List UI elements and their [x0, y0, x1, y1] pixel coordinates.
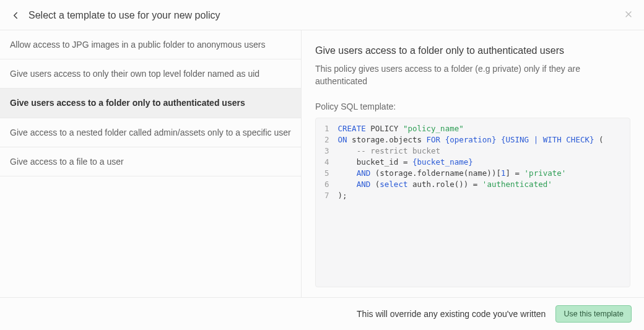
sql-code-block[interactable]: 1234567 CREATE POLICY "policy_name" ON s…	[315, 118, 630, 287]
back-button[interactable]	[9, 9, 22, 22]
preview-title: Give users access to a folder only to au…	[315, 45, 630, 56]
code-content: CREATE POLICY "policy_name" ON storage.o…	[338, 123, 604, 282]
template-item[interactable]: Give users access to only their own top …	[0, 59, 301, 89]
template-item[interactable]: Allow access to JPG images in a public f…	[0, 30, 301, 59]
close-icon	[624, 9, 633, 19]
template-item[interactable]: Give access to a file to a user	[0, 147, 301, 176]
code-gutter: 1234567	[316, 123, 338, 282]
preview-description: This policy gives users access to a fold…	[315, 63, 630, 88]
template-list: Allow access to JPG images in a public f…	[0, 30, 301, 297]
close-button[interactable]	[622, 7, 635, 21]
modal-body: Allow access to JPG images in a public f…	[0, 30, 644, 297]
policy-template-modal: Select a template to use for your new po…	[0, 0, 644, 330]
template-item[interactable]: Give users access to a folder only to au…	[0, 89, 301, 118]
sql-template-label: Policy SQL template:	[315, 102, 630, 111]
modal-title: Select a template to use for your new po…	[28, 10, 220, 21]
template-preview: Give users access to a folder only to au…	[301, 30, 644, 297]
modal-header: Select a template to use for your new po…	[0, 0, 644, 30]
chevron-left-icon	[10, 10, 21, 21]
footer-note: This will override any existing code you…	[357, 309, 546, 319]
modal-footer: This will override any existing code you…	[0, 297, 644, 330]
template-item[interactable]: Give access to a nested folder called ad…	[0, 118, 301, 147]
use-template-button[interactable]: Use this template	[555, 305, 632, 323]
